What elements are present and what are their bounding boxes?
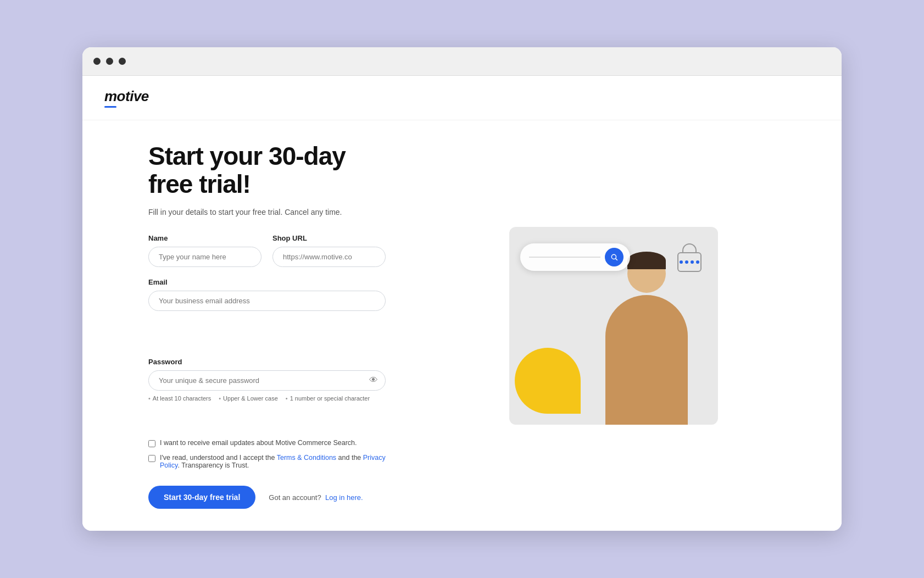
- name-input[interactable]: [148, 247, 261, 267]
- yellow-shape-decoration: [515, 348, 581, 414]
- name-label: Name: [148, 234, 261, 242]
- password-wrapper: 👁: [148, 370, 386, 391]
- lock-dot-3: [691, 260, 694, 264]
- lock-shackle: [682, 243, 697, 253]
- browser-window: motive Start your 30-day free trial! Fil…: [82, 47, 842, 531]
- person-head: [627, 254, 666, 293]
- browser-dot-2: [106, 58, 113, 65]
- shopurl-label: Shop URL: [272, 234, 386, 242]
- main-content: Start your 30-day free trial! Fill in yo…: [82, 120, 842, 531]
- terms-middle: and the: [336, 454, 363, 462]
- email-updates-checkbox[interactable]: [148, 440, 155, 447]
- lock-dot-1: [680, 260, 683, 264]
- hint-special: 1 number or special character: [286, 395, 370, 402]
- cta-row: Start 30-day free trial Got an account? …: [148, 486, 386, 509]
- terms-before: I've read, understood and I accept the: [160, 454, 277, 462]
- person-hair: [627, 252, 666, 269]
- email-group: Email: [148, 278, 386, 346]
- name-shopurl-row: Name Shop URL: [148, 234, 386, 267]
- lock-body: [677, 252, 702, 272]
- browser-dot-1: [93, 58, 101, 65]
- hint-case: Upper & Lower case: [219, 395, 278, 402]
- password-input[interactable]: [148, 370, 386, 391]
- cta-button[interactable]: Start 30-day free trial: [148, 486, 255, 509]
- login-link[interactable]: Log in here.: [325, 493, 363, 502]
- terms-checkbox[interactable]: [148, 455, 155, 462]
- logo-underline: [104, 106, 116, 108]
- lock-overlay: [677, 243, 702, 272]
- password-label: Password: [148, 358, 386, 366]
- privacy-after: . Transparency is Trust.: [177, 462, 249, 469]
- lock-dots: [680, 260, 699, 264]
- person-body: [605, 295, 688, 425]
- name-group: Name: [148, 234, 261, 267]
- page-title: Start your 30-day free trial!: [148, 142, 386, 198]
- checkbox-group: I want to receive email updates about Mo…: [148, 439, 386, 469]
- password-group: Password 👁 At least 10 characters Upper …: [148, 358, 386, 426]
- image-section: [430, 142, 798, 509]
- password-hints: At least 10 characters Upper & Lower cas…: [148, 395, 386, 402]
- email-updates-text: I want to receive email updates about Mo…: [160, 439, 357, 447]
- email-updates-checkbox-label[interactable]: I want to receive email updates about Mo…: [148, 439, 386, 447]
- password-toggle-icon[interactable]: 👁: [369, 375, 378, 385]
- logo-text: motive: [104, 88, 820, 105]
- terms-checkbox-label[interactable]: I've read, understood and I accept the T…: [148, 454, 386, 469]
- shopurl-input[interactable]: [272, 247, 386, 267]
- browser-dot-3: [119, 58, 126, 65]
- email-label: Email: [148, 278, 386, 286]
- shopurl-group: Shop URL: [272, 234, 386, 267]
- search-overlay: [520, 243, 630, 271]
- hint-length: At least 10 characters: [148, 395, 211, 402]
- lock-dot-2: [685, 260, 688, 264]
- login-text: Got an account? Log in here.: [269, 493, 363, 502]
- browser-chrome: [82, 47, 842, 76]
- top-bar: motive: [82, 76, 842, 120]
- search-icon: [605, 248, 624, 266]
- form-section: Start your 30-day free trial! Fill in yo…: [148, 142, 386, 509]
- image-card: [509, 227, 718, 425]
- email-input[interactable]: [148, 291, 386, 311]
- subtitle: Fill in your details to start your free …: [148, 208, 386, 216]
- svg-line-1: [616, 258, 617, 260]
- terms-text: I've read, understood and I accept the T…: [160, 454, 386, 469]
- page-content: motive Start your 30-day free trial! Fil…: [82, 76, 842, 531]
- got-account-text: Got an account?: [269, 493, 321, 502]
- terms-link[interactable]: Terms & Conditions: [277, 454, 336, 462]
- search-bar-line: [529, 257, 600, 258]
- svg-point-0: [611, 254, 616, 259]
- lock-dot-4: [696, 260, 699, 264]
- logo: motive: [104, 88, 820, 108]
